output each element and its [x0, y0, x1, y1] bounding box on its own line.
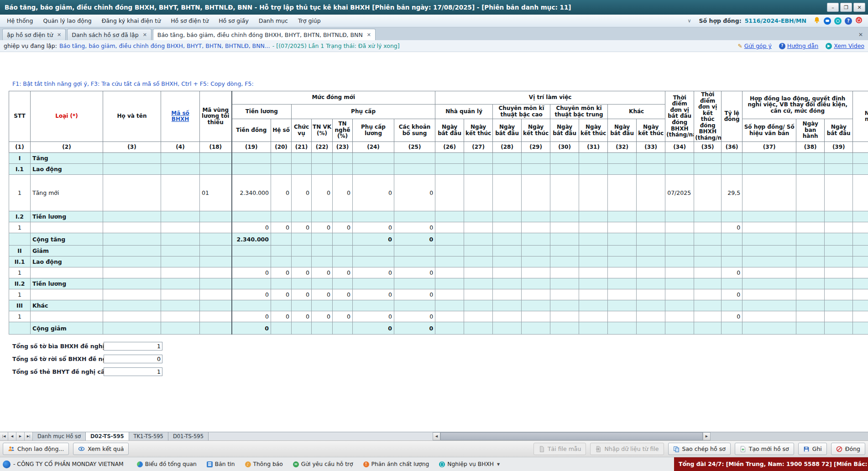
grid-cell[interactable]: 0	[271, 267, 292, 278]
sheet-tab-danh-muc-ho-so[interactable]: Danh mục Hồ sơ	[33, 432, 86, 440]
grid-cell[interactable]	[608, 311, 637, 322]
grid-cell[interactable]	[493, 267, 522, 278]
grid-cell[interactable]: 0	[333, 222, 353, 233]
grid-cell[interactable]: 0	[353, 222, 394, 233]
grid-cell[interactable]	[608, 289, 637, 300]
grid-cell[interactable]: 0	[292, 311, 312, 322]
grid-cell[interactable]	[637, 289, 665, 300]
grid-cell[interactable]: 0	[353, 175, 394, 211]
grid-cell[interactable]	[853, 311, 868, 322]
grid-cell[interactable]: 0	[292, 175, 312, 211]
grid-cell[interactable]: 0	[394, 175, 435, 211]
grid-cell[interactable]	[550, 175, 579, 211]
grid-cell[interactable]	[103, 175, 161, 211]
grid-cell[interactable]: 0	[394, 267, 435, 278]
quality-feedback-item[interactable]: !Phản ánh chất lượng	[358, 461, 434, 467]
grid-cell[interactable]	[435, 267, 464, 278]
grid-cell[interactable]	[853, 175, 868, 211]
grid-cell[interactable]: 0	[271, 311, 292, 322]
grid-cell[interactable]	[161, 222, 200, 233]
grid-cell[interactable]: 0	[353, 267, 394, 278]
grid-cell[interactable]: 0	[292, 222, 312, 233]
copy-record-button[interactable]: Sao chép hồ sơ	[668, 443, 731, 455]
grid-cell[interactable]	[579, 289, 608, 300]
grid-cell[interactable]	[665, 267, 694, 278]
grid-cell[interactable]	[608, 267, 637, 278]
menu-danh-muc[interactable]: Danh mục	[254, 15, 293, 26]
grid-cell[interactable]	[579, 267, 608, 278]
chevron-down-icon[interactable]: ∨	[688, 18, 691, 24]
grid-cell[interactable]	[743, 289, 796, 300]
help-icon[interactable]: ?	[845, 17, 852, 25]
tab-bao-tang-bao-giam[interactable]: Báo tăng, báo giảm, điều chỉnh đóng BHXH…	[153, 29, 376, 40]
grid-cell[interactable]: Tăng mới	[31, 175, 103, 211]
tab-danh-sach-ho-so[interactable]: Danh sách hồ sơ đã lập ✕	[67, 29, 152, 40]
grid-cell[interactable]	[522, 222, 550, 233]
grid-cell[interactable]	[550, 289, 579, 300]
grid-cell[interactable]: 0	[394, 311, 435, 322]
send-feedback-link[interactable]: ✎Gửi góp ý	[738, 42, 772, 49]
grid-cell[interactable]	[743, 222, 796, 233]
grid-cell[interactable]	[522, 289, 550, 300]
guide-link[interactable]: ?Hướng dẫn	[779, 42, 818, 49]
grid-cell[interactable]: 0	[312, 222, 333, 233]
grid-cell[interactable]: 2.340.000	[232, 175, 271, 211]
grid-cell[interactable]	[608, 222, 637, 233]
grid-cell[interactable]	[796, 175, 825, 211]
grid-cell[interactable]: 0	[333, 267, 353, 278]
power-icon[interactable]	[855, 16, 863, 25]
grid-cell[interactable]	[435, 311, 464, 322]
grid-cell[interactable]	[853, 289, 868, 300]
menu-dang-ky-khai-dien-tu[interactable]: Đăng ký khai điện tử	[97, 15, 166, 26]
grid-cell[interactable]	[522, 175, 550, 211]
grid-cell[interactable]	[637, 267, 665, 278]
grid-cell[interactable]	[694, 175, 722, 211]
grid-cell[interactable]	[665, 311, 694, 322]
grid-cell[interactable]: 0	[312, 311, 333, 322]
grid-cell[interactable]	[579, 311, 608, 322]
maximize-button[interactable]: ❐	[840, 3, 852, 12]
total-to-roi-input[interactable]	[104, 355, 162, 363]
grid-cell[interactable]	[825, 267, 853, 278]
view-result-button[interactable]: Xem kết quả	[73, 443, 129, 455]
grid-cell[interactable]: 0	[333, 289, 353, 300]
grid-cell[interactable]	[796, 289, 825, 300]
grid-cell[interactable]	[796, 311, 825, 322]
grid-cell[interactable]: 0	[722, 267, 743, 278]
grid-cell[interactable]	[550, 222, 579, 233]
grid-cell[interactable]	[31, 289, 103, 300]
grid-cell[interactable]	[31, 267, 103, 278]
grid-cell[interactable]	[464, 311, 493, 322]
grid-cell[interactable]	[103, 267, 161, 278]
remote-support-icon[interactable]	[834, 17, 842, 25]
menu-tro-giup[interactable]: Trợ giúp	[293, 15, 326, 26]
grid-cell[interactable]	[493, 222, 522, 233]
support-request-item[interactable]: ✉Gửi yêu cầu hỗ trợ	[288, 461, 358, 467]
grid-cell[interactable]: 0	[232, 222, 271, 233]
close-tab-icon[interactable]: ✕	[57, 32, 61, 38]
first-sheet-icon[interactable]: |◀	[0, 432, 8, 440]
menu-ho-so-giay[interactable]: Hồ sơ giấy	[214, 15, 254, 26]
grid-cell[interactable]	[796, 267, 825, 278]
grid-cell[interactable]: 1	[9, 267, 31, 278]
grid-cell[interactable]: 1	[9, 175, 31, 211]
grid-cell[interactable]: 07/2025	[665, 175, 694, 211]
grid-cell[interactable]	[796, 222, 825, 233]
menu-ho-so-dien-tu[interactable]: Hồ sơ điện tử	[166, 15, 214, 26]
grid-cell[interactable]	[579, 222, 608, 233]
grid-cell[interactable]	[665, 222, 694, 233]
total-the-bhyt-input[interactable]	[104, 367, 162, 376]
grid-cell[interactable]	[825, 222, 853, 233]
last-sheet-icon[interactable]: ▶|	[25, 432, 33, 440]
new-record-button[interactable]: Tạo mới hồ sơ	[735, 443, 794, 455]
grid-cell[interactable]	[161, 175, 200, 211]
sheet-tab-d02-ts-595[interactable]: D02-TS-595	[86, 432, 129, 440]
grid-cell[interactable]	[161, 267, 200, 278]
grid-cell[interactable]	[464, 267, 493, 278]
grid-cell[interactable]	[493, 289, 522, 300]
grid-cell[interactable]	[161, 311, 200, 322]
close-tab-icon[interactable]: ✕	[143, 32, 147, 38]
grid-cell[interactable]	[464, 222, 493, 233]
grid-cell[interactable]: 1	[9, 289, 31, 300]
grid-cell[interactable]	[464, 175, 493, 211]
